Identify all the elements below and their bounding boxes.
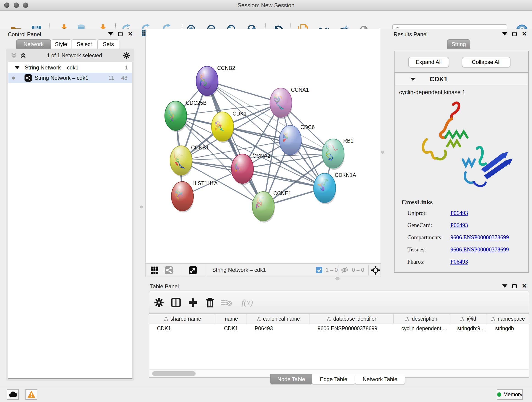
network-edge[interactable] [207, 81, 263, 206]
birds-eye-button[interactable] [371, 265, 380, 275]
toolbar-separator [206, 265, 206, 275]
network-node-ccne1[interactable] [252, 191, 275, 223]
toolbar-separator [368, 265, 369, 275]
table-cell[interactable]: P06493 [247, 324, 310, 333]
float-panel-icon[interactable] [118, 32, 123, 36]
tree-expand-icon[interactable] [15, 66, 20, 69]
column-header-canonical-name[interactable]: canonical name [247, 314, 310, 324]
gear-icon[interactable] [123, 52, 130, 59]
collapse-all-button[interactable]: Collapse All [462, 57, 510, 67]
network-canvas[interactable]: CCNB2CCNA1CDC25BCDK1CDC6RB1CCNB1CCNA2CDK… [146, 29, 380, 263]
table-cell[interactable]: CDK1 [149, 324, 216, 333]
network-node-ccnb1[interactable] [170, 146, 192, 177]
collapse-panel-icon[interactable] [502, 284, 507, 288]
tab-network[interactable]: Network [16, 39, 51, 49]
network-node-ccnb2[interactable] [196, 66, 219, 97]
table-cell[interactable]: CDK1 [216, 324, 247, 333]
view-grid-button[interactable] [150, 265, 159, 275]
chevron-double-down-icon[interactable] [11, 52, 17, 58]
window-title: Session: New Session [0, 2, 532, 9]
table-cell[interactable]: stringdb [487, 324, 529, 333]
node-label: CDC25B [186, 100, 207, 106]
crosslink-link[interactable]: P06493 [450, 259, 468, 265]
hierarchy-icon [405, 317, 409, 321]
close-panel-icon[interactable]: ✕ [522, 284, 527, 288]
table-cell[interactable]: cyclin-dependent ... [394, 324, 450, 333]
network-view-toolbar: String Network – cdk1 1 – 0 0 – 0 [146, 263, 380, 277]
crosslink-link[interactable]: P06493 [450, 210, 468, 216]
column-header-database-identifier[interactable]: database identifier [310, 314, 394, 324]
warning-status-button[interactable] [25, 389, 37, 400]
float-panel-icon[interactable] [512, 284, 517, 288]
plus-icon [188, 298, 198, 307]
view-network-button[interactable] [164, 265, 174, 275]
expand-all-button[interactable]: Expand All [408, 57, 449, 67]
tab-node-table[interactable]: Node Table [270, 374, 312, 384]
entry-expand-icon[interactable] [410, 78, 415, 81]
detach-view-button[interactable] [188, 265, 198, 275]
table-cell[interactable]: stringdb:9... [449, 324, 487, 333]
table-row[interactable]: CDK1CDK1P064939606.ENSP00000378699cyclin… [149, 324, 529, 333]
collapse-panel-icon[interactable] [108, 32, 113, 36]
network-collection-row[interactable]: String Network – cdk1 1 [8, 62, 132, 73]
select-columns-button[interactable] [170, 297, 182, 308]
fx-icon: f(x) [241, 298, 253, 307]
vertical-splitter-handle[interactable] [140, 206, 143, 208]
float-panel-icon[interactable] [512, 32, 517, 36]
close-panel-icon[interactable]: ✕ [522, 32, 527, 36]
hierarchy-icon [327, 317, 331, 321]
column-header-description[interactable]: description [394, 314, 450, 324]
collection-count: 1 [125, 64, 128, 71]
status-bar: Memory [0, 385, 532, 402]
collapse-panel-icon[interactable] [502, 32, 507, 36]
network-node-cdk1[interactable] [211, 112, 234, 143]
results-content: CDK1 cyclin-dependent kinase 1 CrossLink… [394, 72, 529, 273]
add-column-button[interactable] [187, 297, 199, 308]
delete-table-button[interactable] [221, 297, 232, 308]
results-button-bar: Expand All Collapse All [394, 51, 529, 72]
chevron-double-up-icon[interactable] [20, 52, 26, 58]
function-builder-button[interactable]: f(x) [238, 297, 256, 308]
network-node-cdc6[interactable] [279, 125, 302, 156]
close-panel-icon[interactable]: ✕ [128, 32, 133, 36]
network-node-ccna1[interactable] [270, 88, 292, 119]
network-node-cdkn1a[interactable] [314, 173, 336, 204]
selected-checkbox[interactable] [316, 267, 323, 274]
network-node-hist1h1a[interactable] [171, 182, 194, 212]
memory-button[interactable]: Memory [497, 389, 523, 400]
column-header-namespace[interactable]: namespace [487, 314, 529, 324]
crosslink-link[interactable]: 9606.ENSP00000378699 [450, 246, 509, 253]
network-row-selected[interactable]: String Network – cdk1 11 48 [8, 73, 132, 83]
node-label: HIST1H1A [192, 180, 218, 186]
tab-sets[interactable]: Sets [97, 39, 119, 49]
node-label: CCNB2 [217, 65, 235, 71]
scrollbar-thumb[interactable] [152, 371, 196, 376]
horizontal-splitter-handle[interactable] [336, 277, 340, 280]
column-header-shared-name[interactable]: shared name [149, 314, 216, 324]
table-cell[interactable]: 9606.ENSP00000378699 [310, 324, 394, 333]
node-label: CCNB1 [191, 145, 209, 151]
hierarchy-icon [460, 317, 464, 321]
cloud-status-button[interactable] [7, 389, 19, 400]
node-entry-header[interactable]: CDK1 [395, 74, 528, 85]
control-panel-title: Control Panel [8, 31, 41, 38]
column-header-name[interactable]: name [216, 314, 247, 324]
hidden-indicator[interactable] [341, 267, 348, 274]
crosslink-link[interactable]: P06493 [450, 222, 468, 229]
column-header--id[interactable]: @id [449, 314, 487, 324]
eye-hidden-icon [341, 267, 348, 274]
network-node-ccna2[interactable] [231, 154, 254, 185]
table-settings-button[interactable] [153, 297, 165, 308]
vertical-splitter-handle[interactable] [381, 151, 384, 153]
results-panel-title: Results Panel [394, 31, 428, 38]
tab-select[interactable]: Select [71, 39, 97, 49]
tab-edge-table[interactable]: Edge Table [312, 374, 355, 384]
tab-string[interactable]: String [447, 39, 470, 49]
network-node-rb1[interactable] [322, 139, 345, 170]
network-node-cdc25b[interactable] [165, 101, 187, 132]
delete-column-button[interactable] [204, 297, 215, 308]
tab-network-table[interactable]: Network Table [355, 374, 405, 384]
tab-style[interactable]: Style [51, 39, 71, 49]
crosslink-link[interactable]: 9606.ENSP00000378699 [450, 234, 509, 241]
crosslink-row: Compartments: 9606.ENSP00000378699 [407, 234, 443, 241]
